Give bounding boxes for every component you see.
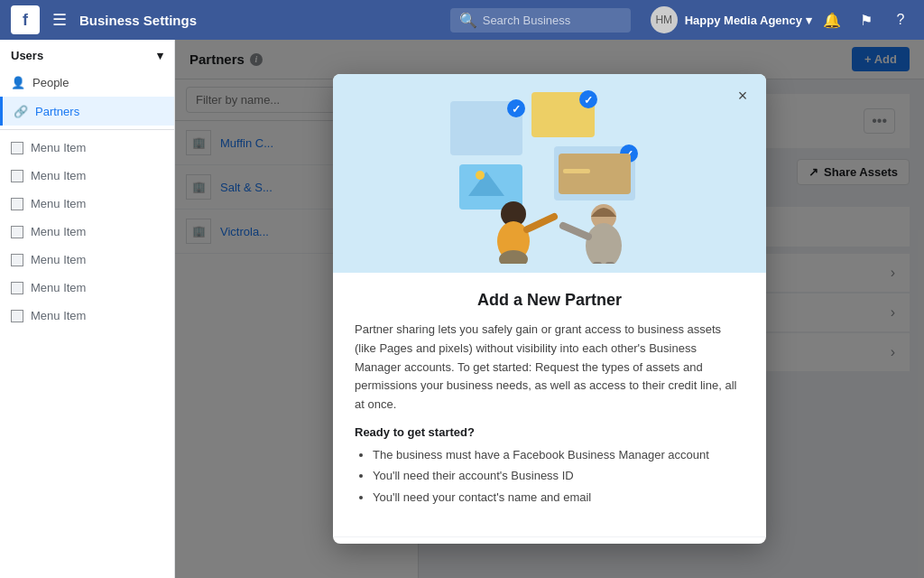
menu-item-label-7: Menu Item <box>31 309 86 322</box>
checkbox-1 <box>11 142 23 154</box>
checkbox-4 <box>11 226 23 238</box>
sidebar-item-partners[interactable]: 🔗 Partners <box>0 97 174 126</box>
flag-icon[interactable]: ⚑ <box>854 7 879 33</box>
menu-item-label-2: Menu Item <box>31 169 86 182</box>
svg-point-11 <box>476 171 485 180</box>
menu-icon[interactable]: ☰ <box>49 6 70 33</box>
checkbox-3 <box>11 198 23 210</box>
modal-overlay[interactable]: × ✓ ✓ ✓ <box>175 40 924 578</box>
modal-ready-title: Ready to get started? <box>355 425 744 439</box>
sidebar: Users ▾ 👤 People 🔗 Partners Menu Item Me… <box>0 40 175 578</box>
nav-action-icons: 🔔 ⚑ ? <box>819 7 913 33</box>
main-content: Partners i + Add 🏢 Muffin C... 🏢 Salt & … <box>175 40 924 578</box>
checkbox-7 <box>11 310 23 322</box>
sidebar-section-header: Users ▾ <box>0 40 174 68</box>
facebook-logo: f <box>11 5 40 34</box>
modal-bullet-3: You'll need your contact's name and emai… <box>373 487 744 508</box>
sidebar-divider-1 <box>0 129 174 130</box>
sidebar-menu-item-5[interactable]: Menu Item <box>0 246 174 274</box>
menu-item-label-1: Menu Item <box>31 141 86 154</box>
modal-close-button[interactable]: × <box>730 83 755 108</box>
svg-rect-12 <box>559 154 631 194</box>
sidebar-menu-item-7[interactable]: Menu Item <box>0 302 174 330</box>
people-icon: 👤 <box>11 75 25 89</box>
checkbox-5 <box>11 254 23 266</box>
sidebar-item-people[interactable]: 👤 People <box>0 68 174 97</box>
search-input[interactable] <box>483 14 622 27</box>
main-layout: Users ▾ 👤 People 🔗 Partners Menu Item Me… <box>0 40 924 578</box>
checkbox-2 <box>11 170 23 182</box>
modal-bullet-1: The business must have a Facebook Busine… <box>373 444 744 465</box>
svg-text:✓: ✓ <box>584 94 593 107</box>
search-icon: 🔍 <box>459 12 477 29</box>
sidebar-item-label-partners: Partners <box>35 105 79 118</box>
modal-illustration: × ✓ ✓ ✓ <box>333 74 766 273</box>
svg-point-19 <box>586 223 622 264</box>
menu-item-label-3: Menu Item <box>31 197 86 210</box>
add-partner-modal: × ✓ ✓ ✓ <box>333 74 766 544</box>
modal-bullet-2: You'll need their account's Business ID <box>373 465 744 486</box>
sidebar-menu-item-3[interactable]: Menu Item <box>0 190 174 218</box>
avatar: HM <box>651 6 678 33</box>
partners-icon: 🔗 <box>14 104 28 118</box>
svg-rect-13 <box>563 169 590 173</box>
sidebar-item-label-people: People <box>32 76 69 89</box>
search-bar: 🔍 <box>450 8 631 33</box>
nav-title: Business Settings <box>79 13 197 28</box>
svg-text:✓: ✓ <box>512 103 521 116</box>
modal-requirements-list: The business must have a Facebook Busine… <box>355 444 744 508</box>
agency-name[interactable]: Happy Media Agency ▾ <box>685 14 812 27</box>
sidebar-collapse-icon[interactable]: ▾ <box>157 49 163 62</box>
nav-right: HM Happy Media Agency ▾ 🔔 ⚑ ? <box>651 6 913 33</box>
svg-line-20 <box>563 226 588 237</box>
sidebar-menu-item-1[interactable]: Menu Item <box>0 134 174 162</box>
help-icon[interactable]: ? <box>888 7 913 33</box>
sidebar-menu-item-6[interactable]: Menu Item <box>0 274 174 302</box>
menu-item-label-5: Menu Item <box>31 253 86 266</box>
sidebar-menu-item-2[interactable]: Menu Item <box>0 162 174 190</box>
sidebar-menu-item-4[interactable]: Menu Item <box>0 218 174 246</box>
modal-description: Partner sharing lets you safely gain or … <box>355 321 744 415</box>
modal-body: Add a New Partner Partner sharing lets y… <box>333 273 766 536</box>
notification-icon[interactable]: 🔔 <box>819 7 845 33</box>
top-navigation: f ☰ Business Settings 🔍 HM Happy Media A… <box>0 0 924 40</box>
menu-item-label-4: Menu Item <box>31 225 86 238</box>
svg-line-16 <box>527 217 554 229</box>
sidebar-section-title: Users <box>11 49 43 62</box>
menu-item-label-6: Menu Item <box>31 281 86 294</box>
checkbox-6 <box>11 282 23 294</box>
illustration-svg: ✓ ✓ ✓ <box>414 83 685 264</box>
modal-title: Add a New Partner <box>355 291 744 310</box>
modal-footer: Not Now Get Started <box>333 536 766 544</box>
chevron-down-icon: ▾ <box>806 14 812 27</box>
